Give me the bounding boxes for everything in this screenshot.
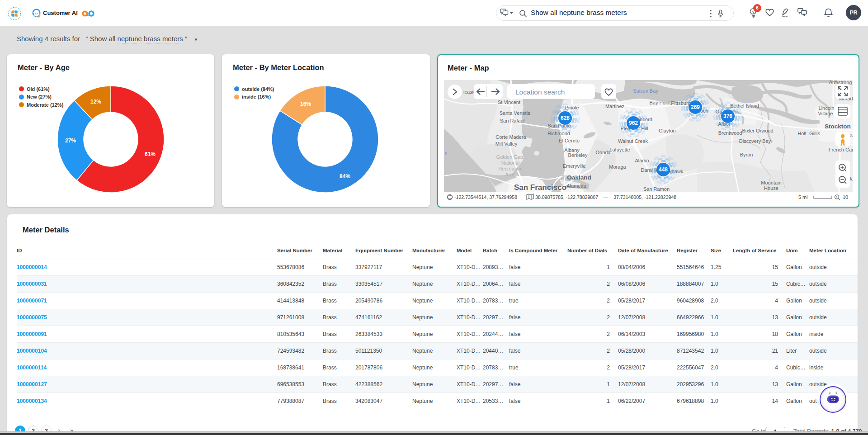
- svg-text:Orinda: Orinda: [595, 150, 611, 155]
- svg-text:269: 269: [691, 104, 700, 110]
- svg-text:Recreation: Recreation: [498, 166, 522, 171]
- svg-text:Moraga: Moraga: [609, 164, 626, 170]
- svg-text:Bay Point: Bay Point: [649, 100, 670, 105]
- svg-text:Emeryville: Emeryville: [563, 163, 586, 169]
- svg-text:Santa Venetia: Santa Venetia: [500, 110, 531, 116]
- svg-text:Bixler Orwood: Bixler Orwood: [742, 128, 773, 133]
- svg-text:962: 962: [629, 120, 638, 126]
- svg-text:Area: Area: [505, 172, 516, 177]
- svg-text:Holt: Holt: [797, 131, 807, 136]
- svg-text:Alameda: Alameda: [566, 183, 586, 189]
- svg-text:376: 376: [723, 113, 732, 119]
- svg-text:Gillis: Gillis: [809, 131, 820, 136]
- svg-text:448: 448: [659, 166, 668, 173]
- svg-text:National: National: [501, 160, 519, 165]
- svg-text:French Camp: French Camp: [829, 147, 853, 152]
- svg-text:Discovery Bay: Discovery Bay: [739, 138, 771, 144]
- svg-text:St Vincent: St Vincent: [498, 99, 520, 105]
- svg-text:San Rafael: San Rafael: [500, 118, 524, 123]
- svg-text:Corte Madera: Corte Madera: [495, 134, 526, 140]
- svg-text:-122.73544514, 37.76294958: -122.73544514, 37.76294958: [454, 194, 517, 200]
- svg-text:San Ramon: San Ramon: [643, 186, 670, 192]
- svg-text:628: 628: [561, 115, 570, 121]
- svg-text:Village: Village: [818, 111, 833, 116]
- svg-text:Brentwood: Brentwood: [718, 130, 742, 136]
- svg-text:Lincoln: Lincoln: [819, 105, 835, 111]
- svg-text:San Francisco: San Francisco: [514, 183, 566, 192]
- svg-text:5 mi: 5 mi: [798, 194, 807, 200]
- svg-text:s: s: [445, 151, 447, 156]
- svg-text:Golden Gate: Golden Gate: [496, 154, 524, 160]
- svg-text:Lafayette: Lafayette: [609, 147, 630, 152]
- svg-text:Oakland: Oakland: [567, 174, 591, 181]
- svg-text:Clayton: Clayton: [659, 128, 675, 133]
- svg-text:Walnut Creek: Walnut Creek: [618, 138, 648, 144]
- svg-text:House: House: [764, 185, 778, 191]
- svg-text:Alamo: Alamo: [635, 158, 649, 163]
- svg-text:10: 10: [843, 194, 848, 200]
- svg-text:Mountain: Mountain: [761, 180, 781, 185]
- svg-text:El Cerrito: El Cerrito: [559, 138, 580, 143]
- svg-text:Stockton: Stockton: [825, 123, 851, 130]
- svg-text:Mill Valley: Mill Valley: [495, 141, 518, 147]
- svg-text:Martinez: Martinez: [605, 104, 624, 109]
- svg-text:Suisun Bay: Suisun Bay: [633, 88, 658, 94]
- svg-text:38.09875785, -122.78829807: 38.09875785, -122.78829807 — 37.73148005…: [535, 194, 676, 200]
- svg-text:Location search: Location search: [515, 88, 565, 96]
- svg-text:Byron: Byron: [740, 152, 753, 157]
- svg-text:Berkeley: Berkeley: [568, 152, 588, 158]
